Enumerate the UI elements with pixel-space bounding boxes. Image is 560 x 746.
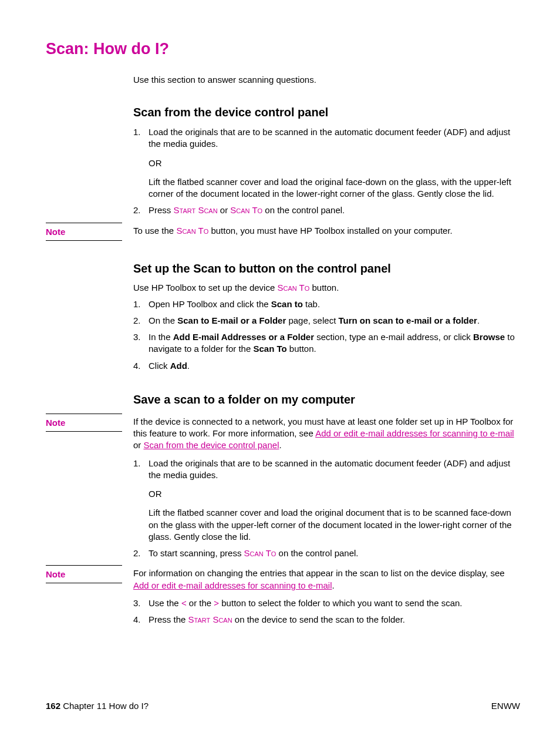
step-text: button.	[287, 344, 316, 354]
link-add-edit-email[interactable]: Add or edit e-mail addresses for scannin…	[315, 428, 514, 438]
list-number: 1.	[133, 126, 149, 200]
list-number: 3.	[133, 331, 149, 355]
list-number: 4.	[133, 360, 149, 372]
or-text: OR	[149, 157, 520, 169]
intro-text: Use this section to answer scanning ques…	[133, 75, 520, 85]
list-item: 3. In the Add E-mail Addresses or a Fold…	[133, 331, 520, 355]
note-label: Note	[46, 414, 122, 432]
step-text: Press	[149, 205, 174, 215]
button-name: Scan To	[230, 205, 262, 215]
list-item: 1. Open HP Toolbox and click the Scan to…	[133, 298, 520, 310]
step-text: In the	[149, 332, 173, 342]
list-item: 1. Load the originals that are to be sca…	[133, 458, 520, 543]
page-footer: 162 Chapter 11 How do I? ENWW	[46, 701, 520, 711]
section-heading-1: Scan from the device control panel	[133, 106, 520, 119]
step-text: on the device to send the scan to the fo…	[232, 614, 405, 624]
page-number: 162	[46, 701, 60, 711]
bold-text: Browse	[473, 332, 505, 342]
bold-text: Add	[170, 361, 187, 371]
bold-text: Scan to	[271, 299, 303, 309]
button-name: Start Scan	[174, 205, 218, 215]
section-heading-3: Save a scan to a folder on my computer	[133, 393, 520, 406]
note-text: or	[133, 440, 144, 450]
note-text: .	[332, 580, 335, 590]
note-block: Note To use the Scan To button, you must…	[46, 223, 520, 241]
page-title: Scan: How do I?	[46, 40, 520, 58]
button-symbol: >	[214, 598, 219, 608]
list-number: 4.	[133, 614, 149, 626]
note-text: .	[279, 440, 281, 450]
list-item: 3. Use the < or the > button to select t…	[133, 597, 520, 609]
or-text: OR	[149, 488, 520, 500]
bold-text: Add E-mail Addresses or a Folder	[173, 332, 314, 342]
bold-text: Scan To	[253, 344, 286, 354]
list-item: 4. Press the Start Scan on the device to…	[133, 614, 520, 626]
list-item: 2. On the Scan to E-mail or a Folder pag…	[133, 315, 520, 327]
note-label: Note	[46, 565, 122, 583]
section-intro: Use HP Toolbox to set up the device	[133, 283, 277, 293]
note-block: Note For information on changing the ent…	[46, 565, 520, 592]
list-item: 4. Click Add.	[133, 360, 520, 372]
link-add-edit-email[interactable]: Add or edit e-mail addresses for scannin…	[133, 580, 332, 590]
step-text: Load the originals that are to be scanne…	[149, 126, 520, 150]
step-text: Load the originals that are to be scanne…	[149, 458, 520, 482]
footer-right: ENWW	[491, 701, 520, 711]
step-text: Lift the flatbed scanner cover and load …	[149, 176, 520, 200]
step-text: .	[477, 315, 480, 325]
button-name: Scan To	[244, 548, 276, 558]
list-item: 1. Load the originals that are to be sca…	[133, 126, 520, 200]
note-text: For information on changing the entries …	[133, 568, 505, 578]
step-text: Lift the flatbed scanner cover and load …	[149, 507, 520, 543]
bold-text: Scan to E-mail or a Folder	[177, 315, 286, 325]
step-text: section, type an e-mail address, or clic…	[314, 332, 473, 342]
button-symbol: <	[181, 598, 187, 608]
step-text: button to select the folder to which you…	[219, 598, 462, 608]
list-number: 1.	[133, 458, 149, 543]
button-name: Scan To	[176, 226, 208, 236]
list-number: 1.	[133, 298, 149, 310]
section-intro: button.	[309, 283, 339, 293]
step-text: On the	[149, 315, 177, 325]
step-text: Open HP Toolbox and click the	[149, 299, 271, 309]
step-text: on the control panel.	[276, 548, 358, 558]
chapter-label: Chapter 11 How do I?	[60, 701, 149, 711]
step-text: page, select	[286, 315, 338, 325]
step-text: .	[187, 361, 190, 371]
list-item: 2. To start scanning, press Scan To on t…	[133, 547, 520, 559]
bold-text: Turn on scan to e-mail or a folder	[338, 315, 477, 325]
note-text: To use the	[133, 226, 176, 236]
list-item: 2. Press Start Scan or Scan To on the co…	[133, 204, 520, 216]
note-text: button, you must have HP Toolbox install…	[208, 226, 453, 236]
step-text: To start scanning, press	[149, 548, 244, 558]
step-text: on the control panel.	[262, 205, 345, 215]
step-text: tab.	[303, 299, 320, 309]
section-heading-2: Set up the Scan to button on the control…	[133, 262, 520, 275]
step-text: Press the	[149, 614, 188, 624]
button-name: Scan To	[277, 283, 309, 293]
note-block: Note If the device is connected to a net…	[46, 414, 520, 452]
button-name: Start Scan	[188, 614, 232, 624]
step-text: or	[218, 205, 231, 215]
link-scan-from-control-panel[interactable]: Scan from the device control panel	[144, 440, 279, 450]
list-number: 2.	[133, 315, 149, 327]
list-number: 2.	[133, 547, 149, 559]
list-number: 2.	[133, 204, 149, 216]
note-label: Note	[46, 223, 122, 241]
list-number: 3.	[133, 597, 149, 609]
step-text: or the	[187, 598, 214, 608]
step-text: Click	[149, 361, 170, 371]
step-text: Use the	[149, 598, 181, 608]
